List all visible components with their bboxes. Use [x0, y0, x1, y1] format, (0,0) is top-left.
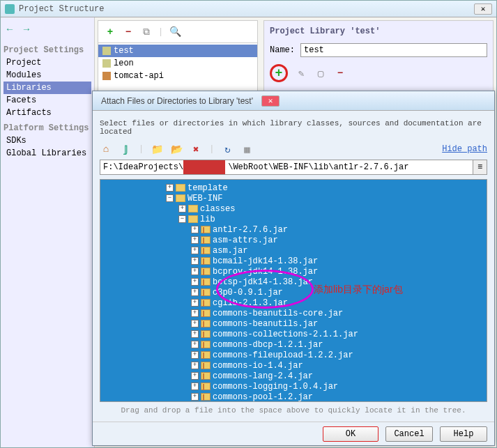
tree-label: commons-logging-1.0.4.jar: [213, 382, 338, 392]
dialog-hint: Select files or directories in which lib…: [100, 119, 487, 136]
expand-icon[interactable]: +: [191, 351, 199, 359]
expand-icon[interactable]: +: [191, 236, 199, 244]
expand-icon[interactable]: +: [191, 320, 199, 327]
jar-icon: [201, 226, 211, 233]
tree-footer-hint: Drag and drop a file into the space abov…: [100, 406, 487, 415]
jar-icon: [201, 372, 211, 380]
search-button[interactable]: 🔍: [169, 26, 181, 38]
dialog-close-button[interactable]: ✕: [261, 95, 280, 107]
tree-node-bcmail-jdk14-1-38-jar[interactable]: +bcmail-jdk14-1.38.jar: [100, 256, 487, 266]
sidebar-item-global-libraries[interactable]: Global Libraries: [3, 147, 91, 160]
hide-path-link[interactable]: Hide path: [442, 144, 487, 154]
tree-node-template[interactable]: +template: [100, 183, 487, 193]
folder-icon: [176, 194, 185, 202]
forward-button[interactable]: →: [20, 23, 33, 36]
remove-library-button[interactable]: −: [122, 26, 135, 38]
sidebar-item-facets[interactable]: Facets: [3, 94, 91, 107]
tree-label: asm-attrs.jar: [213, 235, 278, 245]
edit-item-button[interactable]: ✎: [295, 67, 307, 79]
tree-node-asm-attrs-jar[interactable]: +asm-attrs.jar: [100, 235, 487, 245]
project-icon[interactable]: 𝕁: [119, 143, 132, 155]
folder-icon[interactable]: 📂: [170, 143, 183, 155]
tree-node-commons-collections-2-1-1-jar[interactable]: +commons-collections-2.1.1.jar: [100, 329, 487, 339]
dialog-title: Attach Files or Directories to Library '…: [101, 96, 253, 106]
ok-button[interactable]: OK: [323, 426, 379, 442]
path-history-button[interactable]: ≡: [473, 160, 487, 174]
tree-node-commons-fileupload-1-2-2-jar[interactable]: +commons-fileupload-1.2.2.jar: [100, 350, 487, 360]
tree-node-commons-dbcp-1-2-1-jar[interactable]: +commons-dbcp-1.2.1.jar: [100, 339, 487, 350]
expand-icon[interactable]: +: [191, 330, 199, 338]
expand-icon[interactable]: +: [191, 257, 199, 265]
tree-label: lib: [200, 215, 215, 224]
jar-icon: [201, 268, 211, 275]
expand-icon[interactable]: +: [191, 309, 199, 317]
tree-node-antlr-2-7-6-jar[interactable]: +antlr-2.7.6.jar: [100, 224, 487, 235]
expand-icon[interactable]: +: [191, 247, 199, 254]
panel-title: Project Library 'test': [270, 26, 487, 36]
collapse-icon[interactable]: −: [166, 194, 174, 202]
dialog-titlebar: Attach Files or Directories to Library '…: [93, 91, 494, 111]
jar-icon: [201, 236, 211, 244]
add-library-button[interactable]: +: [104, 26, 116, 38]
sidebar-item-artifacts[interactable]: Artifacts: [3, 107, 91, 119]
refresh-icon[interactable]: ↻: [221, 143, 234, 155]
sidebar-item-libraries[interactable]: Libraries: [3, 82, 91, 94]
library-label: leon: [114, 59, 134, 68]
expand-icon[interactable]: +: [191, 299, 199, 307]
path-redacted: [183, 160, 225, 174]
remove-item-button[interactable]: −: [334, 67, 346, 79]
sidebar-item-sdks[interactable]: SDKs: [3, 134, 91, 147]
expand-icon[interactable]: +: [178, 205, 186, 213]
tree-node-commons-io-1-4-jar[interactable]: +commons-io-1.4.jar: [100, 360, 487, 371]
tree-node-asm-jar[interactable]: +asm.jar: [100, 245, 487, 256]
expand-icon[interactable]: +: [191, 341, 199, 348]
tree-node-lib[interactable]: −lib: [100, 214, 487, 224]
center-toolbar: + − ⧉ | 🔍: [98, 21, 257, 43]
tree-node-web-inf[interactable]: −WEB-INF: [100, 193, 487, 203]
tree-node-commons-beanutils-jar[interactable]: +commons-beanutils.jar: [100, 318, 487, 329]
delete-icon[interactable]: ✖: [190, 143, 202, 155]
library-item-leon[interactable]: leon: [98, 57, 257, 70]
new-folder-icon[interactable]: 📁: [151, 143, 163, 155]
cancel-button[interactable]: Cancel: [385, 426, 433, 442]
help-button[interactable]: Help: [440, 426, 487, 442]
expand-icon[interactable]: +: [191, 278, 199, 286]
library-name-input[interactable]: [300, 43, 487, 57]
expand-icon[interactable]: +: [191, 393, 199, 401]
expand-icon[interactable]: +: [166, 184, 174, 192]
back-button[interactable]: ←: [3, 23, 16, 36]
add-item-button[interactable]: +: [270, 64, 288, 82]
path-input-box: F:\IdeaProjects\ ≡: [100, 160, 487, 175]
folder-icon: [176, 184, 185, 192]
sidebar-item-modules[interactable]: Modules: [3, 69, 91, 82]
show-hidden-icon[interactable]: ▦: [240, 143, 253, 155]
tree-node-commons-logging-1-0-4-jar[interactable]: +commons-logging-1.0.4.jar: [100, 381, 487, 392]
jar-icon: [201, 278, 211, 286]
expand-icon[interactable]: +: [191, 362, 199, 369]
expand-icon[interactable]: +: [191, 288, 199, 296]
copy-library-button[interactable]: ⧉: [140, 26, 153, 38]
sidebar-item-project[interactable]: Project: [3, 56, 91, 69]
dialog-toolbar: ⌂ 𝕁 | 📁 📂 ✖ | ↻ ▦ Hide path: [100, 143, 487, 155]
jar-icon: [201, 362, 211, 369]
expand-icon[interactable]: +: [191, 226, 199, 233]
library-icon: [102, 59, 111, 68]
collapse-icon[interactable]: −: [178, 215, 186, 223]
library-item-test[interactable]: test: [98, 45, 257, 57]
tree-node-commons-pool-1-2-jar[interactable]: +commons-pool-1.2.jar: [100, 392, 487, 402]
tree-node-commons-beanutils-core-jar[interactable]: +commons-beanutils-core.jar: [100, 308, 487, 318]
tree-node-commons-lang-2-4-jar[interactable]: +commons-lang-2.4.jar: [100, 371, 487, 381]
expand-icon[interactable]: +: [191, 372, 199, 380]
expand-icon[interactable]: +: [191, 383, 199, 390]
library-item-tomcat-api[interactable]: tomcat-api: [98, 70, 257, 82]
jar-icon: [201, 247, 211, 254]
tree-node-classes[interactable]: +classes: [100, 203, 487, 214]
path-input[interactable]: [225, 160, 473, 174]
up-item-button[interactable]: ▢: [314, 67, 327, 79]
home-icon[interactable]: ⌂: [100, 143, 112, 155]
library-label: tomcat-api: [114, 71, 164, 81]
close-window-button[interactable]: ✕: [474, 3, 492, 15]
tree-label: asm.jar: [213, 246, 247, 256]
expand-icon[interactable]: +: [191, 268, 199, 275]
sidebar-header-project: Project Settings: [3, 45, 91, 55]
